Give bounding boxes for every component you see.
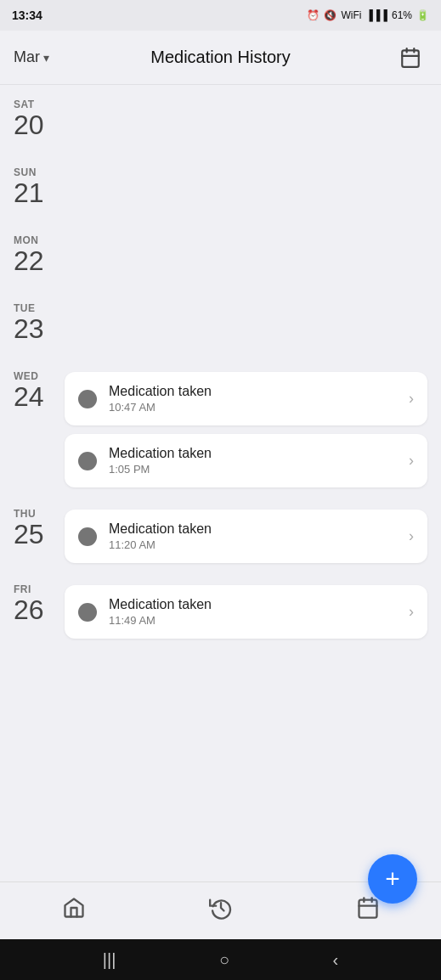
day-entries-thu-25: Medication taken11:20 AM›	[65, 508, 427, 563]
day-section-sun-21: SUN21	[0, 153, 441, 221]
day-entries-sat-20	[65, 99, 427, 100]
status-icons: ⏰ 🔇 WiFi ▐▐▐ 61% 🔋	[307, 9, 429, 21]
wifi-icon: WiFi	[341, 9, 361, 21]
day-name-wed-24: WED	[14, 370, 39, 382]
month-selector[interactable]: Mar ▾	[14, 48, 49, 66]
day-number-tue-23: 23	[14, 314, 44, 344]
day-section-mon-22: MON22	[0, 221, 441, 289]
chevron-right-icon: ›	[409, 390, 414, 408]
day-name-mon-22: MON	[14, 234, 39, 246]
day-number-wed-24: 24	[14, 382, 44, 412]
day-number-sat-20: 20	[14, 110, 44, 140]
mute-icon: 🔇	[324, 9, 336, 21]
medication-time: 11:49 AM	[109, 614, 397, 627]
medication-title: Medication taken	[109, 446, 397, 461]
medication-info: Medication taken1:05 PM	[109, 446, 397, 476]
page-title: Medication History	[150, 48, 291, 67]
day-section-tue-23: TUE23	[0, 289, 441, 357]
day-label-fri-26: FRI26	[14, 583, 65, 625]
medication-dot-icon	[78, 603, 97, 622]
history-icon	[209, 896, 233, 926]
system-nav: ||| ○ ‹	[0, 939, 441, 980]
medication-card-thu-25-0[interactable]: Medication taken11:20 AM›	[65, 510, 427, 563]
day-entries-tue-23	[65, 302, 427, 304]
battery-percent: 61%	[392, 9, 412, 21]
day-label-thu-25: THU25	[14, 508, 65, 549]
home-icon	[62, 896, 86, 926]
day-number-thu-25: 25	[14, 520, 44, 549]
day-name-sun-21: SUN	[14, 166, 37, 178]
alarm-icon: ⏰	[307, 9, 319, 21]
battery-icon: 🔋	[416, 9, 429, 21]
current-month: Mar	[14, 48, 40, 66]
status-time: 13:34	[12, 8, 42, 22]
day-section-thu-25: THU25Medication taken11:20 AM›	[0, 494, 441, 570]
day-name-fri-26: FRI	[14, 583, 31, 595]
medication-card-wed-24-0[interactable]: Medication taken10:47 AM›	[65, 372, 427, 425]
medication-title: Medication taken	[109, 384, 397, 399]
app-bar: Mar ▾ Medication History	[0, 31, 441, 85]
day-section-sat-20: SAT20	[0, 85, 441, 153]
day-name-thu-25: THU	[14, 508, 36, 520]
day-number-mon-22: 22	[14, 246, 44, 276]
medication-dot-icon	[78, 527, 97, 546]
day-label-sat-20: SAT20	[14, 99, 65, 140]
medication-time: 11:20 AM	[109, 538, 397, 551]
medication-title: Medication taken	[109, 597, 397, 612]
medication-info: Medication taken11:49 AM	[109, 597, 397, 627]
day-entries-fri-26: Medication taken11:49 AM›	[65, 583, 427, 639]
chevron-down-icon: ▾	[43, 51, 49, 65]
day-number-sun-21: 21	[14, 178, 44, 208]
svg-rect-0	[402, 50, 419, 67]
day-entries-sun-21	[65, 166, 427, 168]
day-section-wed-24: WED24Medication taken10:47 AM›Medication…	[0, 357, 441, 494]
day-name-sat-20: SAT	[14, 99, 35, 110]
day-number-fri-26: 26	[14, 595, 44, 625]
medication-dot-icon	[78, 452, 97, 470]
medication-info: Medication taken10:47 AM	[109, 384, 397, 414]
nav-history[interactable]	[192, 889, 250, 932]
medication-dot-icon	[78, 390, 97, 408]
day-label-mon-22: MON22	[14, 234, 65, 276]
chevron-right-icon: ›	[409, 452, 414, 470]
medication-info: Medication taken11:20 AM	[109, 521, 397, 551]
day-label-tue-23: TUE23	[14, 302, 65, 344]
nav-home[interactable]	[45, 889, 103, 932]
signal-icon: ▐▐▐	[365, 9, 387, 21]
day-entries-mon-22	[65, 234, 427, 236]
day-name-tue-23: TUE	[14, 302, 36, 314]
day-entries-wed-24: Medication taken10:47 AM›Medication take…	[65, 370, 427, 487]
medication-title: Medication taken	[109, 521, 397, 537]
medication-card-fri-26-0[interactable]: Medication taken11:49 AM›	[65, 585, 427, 639]
home-button[interactable]: ○	[219, 950, 229, 970]
plus-icon: +	[385, 865, 400, 893]
calendar-button[interactable]	[393, 41, 427, 75]
recents-button[interactable]: |||	[103, 950, 116, 970]
chevron-right-icon: ›	[409, 603, 414, 621]
chevron-right-icon: ›	[409, 527, 414, 545]
medication-time: 10:47 AM	[109, 401, 397, 414]
svg-rect-4	[359, 900, 376, 918]
back-button[interactable]: ‹	[333, 950, 339, 970]
medication-card-wed-24-1[interactable]: Medication taken1:05 PM›	[65, 434, 427, 487]
day-section-fri-26: FRI26Medication taken11:49 AM›	[0, 570, 441, 645]
medication-time: 1:05 PM	[109, 463, 397, 476]
add-medication-fab[interactable]: +	[368, 854, 417, 904]
status-bar: 13:34 ⏰ 🔇 WiFi ▐▐▐ 61% 🔋	[0, 0, 441, 31]
scroll-content: SAT20SUN21MON22TUE23WED24Medication take…	[0, 85, 441, 881]
day-label-sun-21: SUN21	[14, 166, 65, 208]
calendar-nav-icon	[356, 896, 380, 926]
day-label-wed-24: WED24	[14, 370, 65, 412]
calendar-icon	[399, 47, 421, 69]
